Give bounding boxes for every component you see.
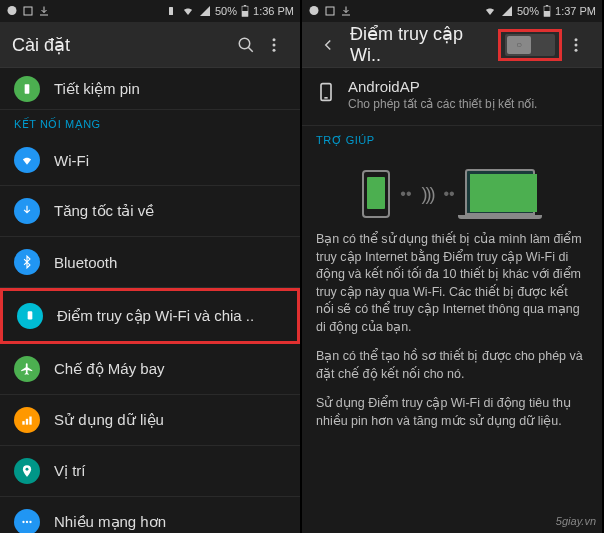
svg-point-17 xyxy=(22,521,24,523)
clock: 1:36 PM xyxy=(253,5,294,17)
signal-waves-icon: ))) xyxy=(422,184,434,205)
page-title: Cài đặt xyxy=(12,34,232,56)
wifi-status-icon xyxy=(483,5,497,17)
item-label: Bluetooth xyxy=(54,254,117,271)
laptop-illustration xyxy=(465,169,542,219)
list-item-airplane[interactable]: Chế độ Máy bay xyxy=(0,344,300,395)
ap-row[interactable]: AndroidAP Cho phép tất cả các thiết bị k… xyxy=(302,68,602,126)
search-button[interactable] xyxy=(232,36,260,54)
list-item-data-usage[interactable]: Sử dụng dữ liệu xyxy=(0,395,300,446)
svg-rect-11 xyxy=(25,84,30,93)
section-network: KẾT NỐI MẠNG xyxy=(0,110,300,135)
svg-line-7 xyxy=(248,47,253,52)
battery-pct: 50% xyxy=(215,5,237,17)
svg-point-10 xyxy=(273,48,276,51)
data-usage-icon xyxy=(14,407,40,433)
vibrate-icon xyxy=(165,5,177,17)
item-label: Điểm truy cập Wi-Fi và chia .. xyxy=(57,307,254,325)
download-boost-icon xyxy=(14,198,40,224)
wifi-status-icon xyxy=(181,5,195,17)
clock: 1:37 PM xyxy=(555,5,596,17)
messenger-icon xyxy=(6,5,18,17)
bluetooth-icon xyxy=(14,249,40,275)
header: Điểm truy cập Wi.. ○ xyxy=(302,22,602,68)
status-bar: 50% 1:36 PM xyxy=(0,0,300,22)
battery-icon xyxy=(543,5,551,17)
dots-icon: •• xyxy=(400,185,411,203)
download-icon xyxy=(38,5,50,17)
phone-illustration xyxy=(362,170,390,218)
svg-rect-14 xyxy=(26,419,28,425)
list-item-hotspot[interactable]: Điểm truy cập Wi-Fi và chia .. xyxy=(0,288,300,344)
settings-screen: 50% 1:36 PM Cài đặt Tiết kiệm pin KẾT NỐ… xyxy=(0,0,300,533)
svg-point-27 xyxy=(575,48,578,51)
messenger-icon xyxy=(308,5,320,17)
battery-icon xyxy=(241,5,249,17)
download-icon xyxy=(340,5,352,17)
menu-button[interactable] xyxy=(562,36,590,54)
svg-point-16 xyxy=(26,468,29,471)
search-icon xyxy=(237,36,255,54)
hotspot-icon xyxy=(17,303,43,329)
more-icon xyxy=(567,36,585,54)
menu-button[interactable] xyxy=(260,36,288,54)
status-bar: 50% 1:37 PM xyxy=(302,0,602,22)
svg-point-6 xyxy=(239,38,250,49)
item-label: Sử dụng dữ liệu xyxy=(54,411,164,429)
settings-list: Tiết kiệm pin KẾT NỐI MẠNG Wi-Fi Tăng tố… xyxy=(0,68,300,533)
svg-point-9 xyxy=(273,43,276,46)
svg-point-20 xyxy=(310,6,319,15)
hotspot-content: AndroidAP Cho phép tất cả các thiết bị k… xyxy=(302,68,602,533)
svg-rect-15 xyxy=(29,417,31,425)
svg-point-26 xyxy=(575,43,578,46)
dots-icon: •• xyxy=(443,185,454,203)
svg-rect-13 xyxy=(22,421,24,425)
back-button[interactable] xyxy=(314,36,342,54)
page-title: Điểm truy cập Wi.. xyxy=(350,23,498,66)
help-text-2: Bạn có thể tạo hồ sơ thiết bị được cho p… xyxy=(302,348,602,395)
list-item-location[interactable]: Vị trí xyxy=(0,446,300,497)
hotspot-toggle[interactable]: ○ xyxy=(505,34,555,56)
more-networks-icon xyxy=(14,509,40,533)
item-label: Vị trí xyxy=(54,462,86,480)
svg-rect-24 xyxy=(546,5,548,6)
item-label: Chế độ Máy bay xyxy=(54,360,165,378)
svg-point-19 xyxy=(29,521,31,523)
signal-icon xyxy=(199,5,211,17)
back-icon xyxy=(319,36,337,54)
list-item-battery[interactable]: Tiết kiệm pin xyxy=(0,68,300,110)
list-item-bluetooth[interactable]: Bluetooth xyxy=(0,237,300,288)
list-item-wifi[interactable]: Wi-Fi xyxy=(0,135,300,186)
help-text-1: Bạn có thể sử dụng thiết bị của mình làm… xyxy=(302,231,602,348)
watermark: 5giay.vn xyxy=(556,515,596,527)
svg-rect-21 xyxy=(326,7,334,15)
ap-name: AndroidAP xyxy=(348,78,588,95)
hotspot-screen: 50% 1:37 PM Điểm truy cập Wi.. ○ Android… xyxy=(302,0,602,533)
item-label: Wi-Fi xyxy=(54,152,89,169)
svg-point-18 xyxy=(26,521,28,523)
svg-rect-4 xyxy=(242,11,248,16)
signal-icon xyxy=(501,5,513,17)
wifi-icon xyxy=(14,147,40,173)
more-icon xyxy=(265,36,283,54)
battery-saver-icon xyxy=(14,76,40,102)
screenshot-icon xyxy=(22,5,34,17)
location-icon xyxy=(14,458,40,484)
help-text-3: Sử dụng Điểm truy cập Wi-Fi di động tiêu… xyxy=(302,395,602,442)
svg-rect-12 xyxy=(28,311,33,319)
svg-rect-5 xyxy=(244,5,246,6)
device-icon xyxy=(316,78,336,106)
item-label: Tăng tốc tải về xyxy=(54,202,154,220)
svg-point-8 xyxy=(273,38,276,41)
section-help: TRỢ GIÚP xyxy=(302,126,602,151)
list-item-download-boost[interactable]: Tăng tốc tải về xyxy=(0,186,300,237)
help-diagram: •• ))) •• xyxy=(302,151,602,231)
toggle-highlight: ○ xyxy=(498,29,562,61)
battery-pct: 50% xyxy=(517,5,539,17)
svg-rect-2 xyxy=(169,7,173,15)
toggle-handle: ○ xyxy=(507,36,531,54)
svg-point-0 xyxy=(8,6,17,15)
list-item-more-networks[interactable]: Nhiều mạng hơn xyxy=(0,497,300,533)
svg-rect-1 xyxy=(24,7,32,15)
airplane-icon xyxy=(14,356,40,382)
